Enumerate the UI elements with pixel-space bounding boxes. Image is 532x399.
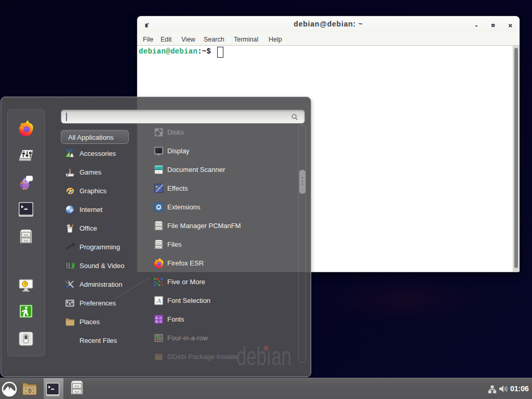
svg-text:A: A — [156, 297, 162, 304]
svg-text:debıan: debıan — [236, 342, 291, 371]
svg-text:a: a — [159, 320, 162, 324]
